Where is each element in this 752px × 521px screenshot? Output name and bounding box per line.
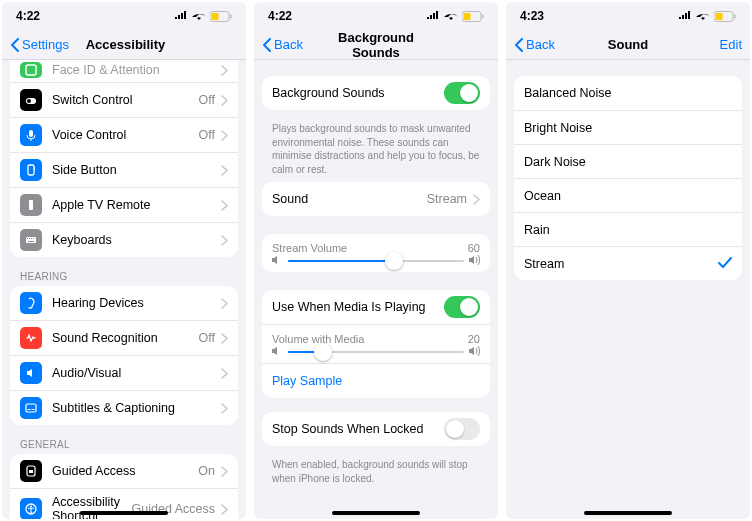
- row-subtitles-captioning[interactable]: Subtitles & Captioning: [10, 390, 238, 425]
- chevron-right-icon: [221, 235, 228, 246]
- row-sound-option[interactable]: Stream: [514, 246, 742, 280]
- footer-text: When enabled, background sounds will sto…: [262, 454, 490, 491]
- edit-button[interactable]: Edit: [686, 37, 742, 52]
- row-sound-option[interactable]: Ocean: [514, 178, 742, 212]
- status-bar: 4:23: [506, 2, 750, 30]
- cell-signal-icon: [426, 11, 440, 21]
- row-sound[interactable]: Sound Stream: [262, 182, 490, 216]
- battery-icon: [462, 11, 484, 22]
- row-hearing-devices[interactable]: Hearing Devices: [10, 286, 238, 320]
- svg-point-5: [27, 99, 31, 103]
- accessibility-shortcut-icon: [20, 498, 42, 519]
- wifi-icon: [696, 11, 710, 21]
- svg-rect-17: [28, 409, 31, 410]
- status-icons: [174, 11, 232, 22]
- row-label: Guided Access: [52, 464, 198, 478]
- row-voice-control[interactable]: Voice Control Off: [10, 117, 238, 152]
- row-label: Sound: [272, 192, 427, 206]
- svg-rect-10: [26, 237, 36, 243]
- section-header-hearing: HEARING: [20, 271, 238, 282]
- nav-title: Background Sounds: [318, 30, 434, 60]
- chevron-left-icon: [262, 38, 271, 52]
- row-label: Use When Media Is Playing: [272, 300, 444, 314]
- chevron-right-icon: [221, 466, 228, 477]
- row-sound-option[interactable]: Bright Noise: [514, 110, 742, 144]
- back-button[interactable]: Settings: [10, 37, 69, 52]
- row-use-when-media[interactable]: Use When Media Is Playing: [262, 290, 490, 324]
- svg-rect-6: [29, 130, 33, 137]
- row-sound-option[interactable]: Dark Noise: [514, 144, 742, 178]
- row-sound-option[interactable]: Balanced Noise: [514, 76, 742, 110]
- back-label: Back: [274, 37, 303, 52]
- sound-recognition-icon: [20, 327, 42, 349]
- svg-rect-16: [26, 404, 36, 412]
- row-background-sounds-toggle[interactable]: Background Sounds: [262, 76, 490, 110]
- chevron-right-icon: [221, 130, 228, 141]
- battery-icon: [210, 11, 232, 22]
- chevron-left-icon: [10, 38, 19, 52]
- chevron-right-icon: [221, 333, 228, 344]
- option-label: Dark Noise: [524, 155, 732, 169]
- svg-rect-1: [212, 13, 219, 20]
- status-time: 4:22: [16, 9, 40, 23]
- chevron-right-icon: [221, 95, 228, 106]
- chevron-right-icon: [221, 165, 228, 176]
- content-background-sounds[interactable]: Background Sounds Plays background sound…: [254, 60, 498, 519]
- row-label: Subtitles & Captioning: [52, 401, 215, 415]
- status-time: 4:23: [520, 9, 544, 23]
- row-value: Off: [199, 128, 215, 142]
- nav-title: Sound: [570, 37, 686, 52]
- home-indicator[interactable]: [332, 511, 420, 515]
- option-label: Bright Noise: [524, 121, 732, 135]
- row-apple-tv-remote[interactable]: Apple TV Remote: [10, 187, 238, 222]
- wifi-icon: [444, 11, 458, 21]
- play-sample-label: Play Sample: [272, 374, 342, 388]
- row-label: Hearing Devices: [52, 296, 215, 310]
- keyboards-icon: [20, 229, 42, 251]
- background-sounds-toggle[interactable]: [444, 82, 480, 104]
- speaker-low-icon: [270, 253, 282, 267]
- svg-rect-14: [33, 238, 34, 239]
- section-header-general: GENERAL: [20, 439, 238, 450]
- back-button[interactable]: Back: [262, 37, 318, 52]
- back-button[interactable]: Back: [514, 37, 570, 52]
- row-label: Keyboards: [52, 233, 215, 247]
- row-sound-option[interactable]: Rain: [514, 212, 742, 246]
- content-accessibility[interactable]: Face ID & Attention Switch Control Off V…: [2, 60, 246, 519]
- svg-rect-29: [482, 14, 484, 18]
- chevron-right-icon: [221, 504, 228, 515]
- svg-rect-13: [31, 238, 32, 239]
- row-stop-when-locked[interactable]: Stop Sounds When Locked: [262, 412, 490, 446]
- row-audio-visual[interactable]: Audio/Visual: [10, 355, 238, 390]
- status-icons: [426, 11, 484, 22]
- svg-rect-15: [28, 241, 34, 242]
- row-face-id[interactable]: Face ID & Attention: [10, 60, 238, 82]
- row-sound-recognition[interactable]: Sound Recognition Off: [10, 320, 238, 355]
- cell-signal-icon: [678, 11, 692, 21]
- svg-rect-18: [32, 409, 35, 410]
- home-indicator[interactable]: [80, 511, 168, 515]
- nav-bar: Settings Accessibility: [2, 30, 246, 60]
- use-media-toggle[interactable]: [444, 296, 480, 318]
- row-keyboards[interactable]: Keyboards: [10, 222, 238, 257]
- chevron-right-icon: [221, 403, 228, 414]
- status-icons: [678, 11, 736, 22]
- stream-volume-slider[interactable]: [272, 260, 480, 262]
- stop-locked-toggle[interactable]: [444, 418, 480, 440]
- row-label: Sound Recognition: [52, 331, 199, 345]
- row-guided-access[interactable]: Guided Access On: [10, 454, 238, 488]
- volume-media-slider[interactable]: [272, 351, 480, 353]
- content-sound[interactable]: Balanced NoiseBright NoiseDark NoiseOcea…: [506, 60, 750, 519]
- svg-point-22: [30, 506, 32, 508]
- speaker-high-icon: [468, 344, 482, 358]
- row-value: Stream: [427, 192, 467, 206]
- face-id-icon: [20, 62, 42, 78]
- home-indicator[interactable]: [584, 511, 672, 515]
- speaker-high-icon: [468, 253, 482, 267]
- play-sample-button[interactable]: Play Sample: [262, 363, 490, 398]
- subtitles-icon: [20, 397, 42, 419]
- footer-text: Plays background sounds to mask unwanted…: [262, 118, 490, 182]
- row-switch-control[interactable]: Switch Control Off: [10, 82, 238, 117]
- row-side-button[interactable]: Side Button: [10, 152, 238, 187]
- nav-bar: Back Sound Edit: [506, 30, 750, 60]
